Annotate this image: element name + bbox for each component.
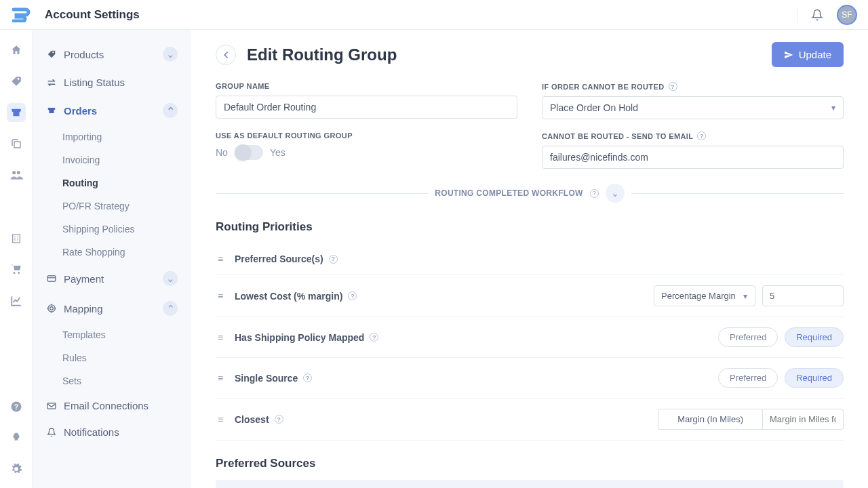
rail-chart-icon[interactable] (7, 291, 26, 310)
priorities-title: Routing Priorities (216, 220, 844, 234)
sidebar-item-orders[interactable]: Orders ⌄ (42, 96, 182, 125)
rail-rocket-icon[interactable] (7, 428, 26, 447)
bell-icon[interactable] (810, 7, 825, 22)
svg-rect-0 (14, 142, 20, 148)
sidebar-item-email[interactable]: Email Connections (42, 392, 182, 419)
sidebar-item-listing-status[interactable]: Listing Status (42, 69, 182, 96)
tag-icon (46, 49, 57, 59)
cannot-route-label: IF ORDER CANNOT BE ROUTED ? (542, 82, 844, 91)
priority-label: Has Shipping Policy Mapped (235, 332, 364, 343)
help-icon[interactable]: ? (348, 291, 357, 300)
required-button[interactable]: Required (785, 327, 844, 347)
group-name-label: GROUP NAME (216, 82, 517, 90)
required-button[interactable]: Required (785, 368, 844, 388)
help-icon[interactable]: ? (275, 415, 283, 424)
sidebar-item-notifications[interactable]: Notifications (42, 419, 182, 445)
update-button[interactable]: Update (772, 42, 844, 67)
icon-rail: ? (0, 30, 33, 488)
group-name-input[interactable] (216, 96, 517, 119)
sidebar-sub-rules[interactable]: Rules (57, 346, 182, 369)
rail-cart-icon[interactable] (7, 260, 26, 279)
email-input[interactable] (542, 146, 844, 169)
sources-table-header: SOURCE NAME SHIPPING ADDRESS OVERRIDE SU… (216, 480, 844, 488)
sidebar-sub-importing[interactable]: Importing (57, 125, 182, 148)
svg-point-1 (12, 171, 16, 174)
avatar[interactable]: SF (837, 5, 857, 25)
sidebar-label: Mapping (64, 303, 103, 314)
drag-handle-icon[interactable]: ≡ (216, 332, 225, 343)
svg-rect-6 (47, 276, 56, 281)
svg-point-2 (16, 171, 20, 174)
margin-type-select[interactable]: Percentage Margin (654, 285, 755, 306)
workflow-expand-button[interactable]: ⌄ (606, 184, 625, 203)
priority-row-closest: ≡ Closest ? Margin (In Miles) (216, 399, 844, 441)
drag-handle-icon[interactable]: ≡ (216, 373, 225, 384)
priority-row-shipping-policy: ≡ Has Shipping Policy Mapped ? Preferred… (216, 317, 844, 358)
help-icon[interactable]: ? (329, 255, 338, 264)
sidebar-label: Listing Status (64, 77, 125, 88)
rail-home-icon[interactable] (7, 41, 26, 60)
use-default-label: USE AS DEFAULT ROUTING GROUP (216, 131, 517, 140)
help-icon[interactable]: ? (697, 131, 706, 140)
sidebar-sub-shipping[interactable]: Shipping Policies (57, 218, 182, 241)
priority-label: Single Source (235, 373, 298, 384)
help-icon[interactable]: ? (370, 333, 378, 342)
divider (797, 7, 797, 23)
sidebar-sub-templates[interactable]: Templates (57, 323, 182, 346)
priority-label: Closest (235, 414, 269, 425)
sidebar-sub-sets[interactable]: Sets (57, 369, 182, 392)
chevron-up-icon: ⌄ (163, 301, 178, 316)
priority-label: Lowest Cost (% margin) (235, 291, 342, 302)
sidebar-sub-rate[interactable]: Rate Shopping (57, 241, 182, 264)
help-icon[interactable]: ? (303, 373, 312, 382)
sidebar-sub-invoicing[interactable]: Invoicing (57, 148, 182, 171)
sidebar-item-products[interactable]: Products ⌄ (42, 39, 182, 69)
rail-building-icon[interactable] (7, 229, 26, 248)
margin-miles-label: Margin (In Miles) (658, 409, 762, 430)
back-button[interactable] (216, 45, 236, 65)
priority-row-single-source: ≡ Single Source ? Preferred Required (216, 358, 844, 399)
rail-inbox-icon[interactable] (7, 103, 26, 122)
target-icon (46, 304, 57, 313)
sidebar-item-payment[interactable]: Payment ⌄ (42, 264, 182, 293)
bell-icon (46, 428, 57, 437)
logo[interactable] (11, 4, 33, 26)
send-icon (784, 50, 793, 60)
chevron-down-icon: ⌄ (163, 271, 178, 286)
default-group-toggle[interactable] (235, 145, 263, 160)
help-icon[interactable]: ? (590, 189, 599, 198)
chevron-up-icon: ⌄ (163, 103, 178, 118)
sidebar-item-mapping[interactable]: Mapping ⌄ (42, 293, 182, 323)
preferred-button[interactable]: Preferred (718, 327, 778, 347)
rail-users-icon[interactable] (7, 165, 26, 184)
svg-text:?: ? (14, 403, 18, 411)
drag-handle-icon[interactable]: ≡ (216, 414, 225, 425)
sidebar-sub-pofr[interactable]: PO/FR Strategy (57, 195, 182, 218)
swap-icon (46, 79, 57, 87)
preferred-button[interactable]: Preferred (718, 368, 778, 388)
sidebar[interactable]: Products ⌄ Listing Status Orders ⌄ Impor… (33, 30, 191, 488)
margin-miles-input[interactable] (762, 409, 844, 430)
inbox-icon (46, 106, 57, 115)
help-icon[interactable]: ? (669, 82, 677, 91)
rail-help-icon[interactable]: ? (7, 397, 26, 416)
drag-handle-icon[interactable]: ≡ (216, 291, 225, 302)
margin-value-input[interactable] (762, 285, 844, 306)
cannot-route-select[interactable] (542, 96, 844, 119)
email-label: CANNOT BE ROUTED - SEND TO EMAIL ? (542, 131, 844, 140)
svg-rect-3 (12, 235, 20, 243)
update-label: Update (799, 49, 831, 60)
sidebar-label: Orders (64, 105, 97, 117)
svg-rect-9 (47, 403, 56, 408)
svg-point-7 (48, 305, 56, 312)
rail-tag-icon[interactable] (7, 72, 26, 91)
rail-gear-icon[interactable] (7, 460, 26, 479)
sidebar-sub-routing[interactable]: Routing (57, 171, 182, 195)
drag-handle-icon[interactable]: ≡ (216, 253, 225, 264)
priority-label: Preferred Source(s) (235, 253, 323, 264)
svg-point-8 (50, 307, 54, 310)
rail-copy-icon[interactable] (7, 134, 26, 153)
mail-icon (46, 402, 57, 410)
sidebar-label: Email Connections (64, 400, 149, 411)
workflow-section-divider: ROUTING COMPLETED WORKFLOW ? ⌄ (216, 184, 844, 203)
